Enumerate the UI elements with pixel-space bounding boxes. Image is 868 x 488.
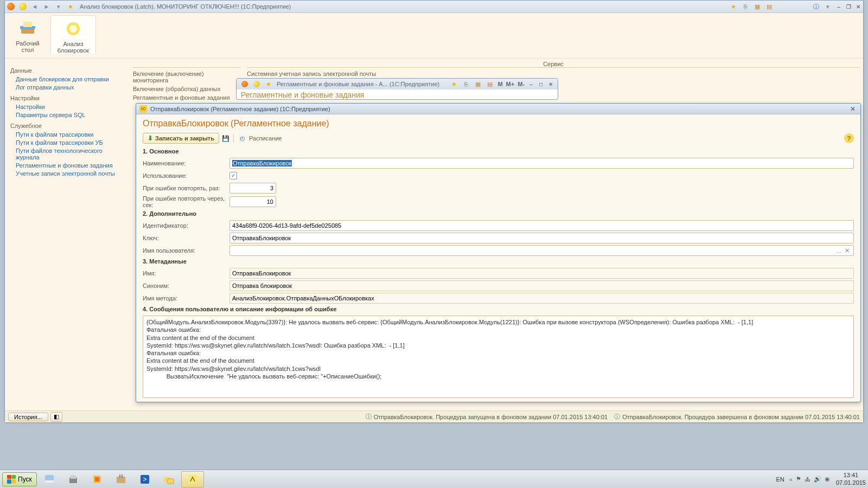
clear-button[interactable]: ✕ [843, 247, 851, 254]
tray-volume-icon[interactable]: 🔊 [814, 476, 821, 483]
section-3: 3. Метаданные [143, 258, 854, 265]
schedule-link[interactable]: Расписание [249, 135, 282, 142]
taskbar-item[interactable]: > [133, 471, 156, 487]
help-button[interactable]: ? [844, 133, 854, 143]
name-input[interactable]: ОтправкаБлокировок [229, 158, 854, 169]
app-menu-icon[interactable] [6, 2, 16, 11]
tray-power-icon[interactable]: ◉ [825, 476, 830, 483]
dialog-toolbar: ⬇Записать и закрыть 💾 ◴ Расписание ? [143, 132, 854, 145]
section-2: 2. Дополнительно [143, 210, 854, 217]
bg-window-header: Регламентные и фоновые задания [237, 89, 558, 100]
nav-item[interactable]: Пути к файлам трассировки [16, 131, 126, 138]
label-mname: Имя: [143, 270, 229, 277]
nav-item[interactable]: Пути к файлам трассировки УБ [16, 139, 126, 146]
group-service: Сервис [247, 61, 860, 68]
tab-desktop[interactable]: Рабочий стол [5, 16, 50, 53]
app-1c-icon: 1C [139, 105, 147, 113]
nav-item[interactable]: Регламентные и фоновые задания [16, 162, 126, 169]
error-text[interactable]: {ОбщийМодуль.АнализБлокировок.Модуль(339… [143, 316, 854, 398]
clock-time[interactable]: 13:41 [844, 472, 859, 478]
dialog-close-button[interactable]: ✕ [848, 105, 857, 113]
label-method: Имя метода: [143, 295, 229, 301]
nav-item[interactable]: Настройки [16, 104, 126, 110]
save-close-button[interactable]: ⬇Записать и закрыть [143, 133, 219, 144]
nav-item[interactable]: Параметры сервера SQL [16, 112, 126, 118]
start-button[interactable]: Пуск [2, 472, 37, 486]
desktop-icon [18, 18, 37, 38]
label-retry: При ошибке повторять, раз: [143, 185, 229, 191]
nav-item[interactable]: Лог отправки данных [16, 84, 126, 91]
nav-item[interactable]: Данные блокировок для отправки [16, 76, 126, 82]
nav-drop-icon[interactable]: ▾ [54, 2, 63, 11]
dialog-header: ОтправкаБлокировок (Регламентное задание… [143, 119, 854, 129]
system-tray: EN « ⚑ 🖧 🔊 ◉ 13:4107.01.2015 [776, 472, 866, 486]
nav-back-icon[interactable]: ◄ [30, 2, 40, 11]
schedule-icon[interactable]: ◴ [237, 133, 248, 144]
taskbar-item[interactable] [157, 471, 180, 487]
key-input[interactable]: ОтправкаБлокировок [229, 233, 854, 243]
minimize-button[interactable]: – [834, 3, 843, 10]
fav-add-icon[interactable]: ★ [449, 79, 459, 89]
svg-rect-17 [168, 479, 174, 484]
nav-group-settings: Настройки [10, 95, 126, 101]
mem-mplus[interactable]: M+ [506, 81, 515, 87]
retry-input[interactable]: 3 [229, 183, 276, 194]
app-dropdown-icon[interactable] [18, 2, 28, 11]
mem-mminus[interactable]: M- [518, 81, 525, 87]
section-tabs: Рабочий стол Анализ блокировок [5, 13, 863, 59]
taskbar-item-active[interactable] [181, 471, 204, 487]
link-icon[interactable]: ⎘ [461, 79, 471, 89]
retrysec-input[interactable]: 10 [229, 196, 276, 207]
clock-date[interactable]: 07.01.2015 [836, 479, 866, 486]
left-nav: Данные Данные блокировок для отправки Ло… [5, 59, 130, 422]
status-msg-1: ОтправкаБлокировок. Процедура запущена в… [374, 414, 608, 420]
cmd-link[interactable]: Включение (выключение) мониторинга [130, 70, 244, 84]
save-icon[interactable]: 💾 [220, 133, 231, 144]
select-button[interactable]: ... [835, 247, 843, 254]
fav-add-icon[interactable]: ★ [729, 2, 738, 11]
help-drop-icon[interactable]: ▾ [823, 2, 833, 11]
section-4: 4. Сообщения пользователю и описание инф… [143, 306, 854, 312]
mname-field: ОтправкаБлокировок [229, 268, 854, 279]
lang-indicator[interactable]: EN [776, 476, 784, 483]
calendar-icon[interactable]: ▤ [485, 79, 495, 89]
minimize-button[interactable]: – [527, 80, 535, 88]
taskbar-item[interactable] [38, 471, 61, 487]
app-menu-icon[interactable] [240, 79, 250, 89]
calc-icon[interactable]: ▦ [473, 79, 483, 89]
user-input[interactable]: ...✕ [229, 245, 854, 256]
use-checkbox[interactable]: ✓ [229, 172, 237, 179]
windows-list-icon[interactable]: ◧ [50, 412, 62, 422]
nav-item[interactable]: Учетные записи электронной почты [16, 170, 126, 177]
nav-item[interactable]: Пути файлов технологического журнала [16, 147, 126, 160]
close-button[interactable]: ✕ [854, 3, 863, 10]
calc-icon[interactable]: ▦ [752, 2, 762, 11]
svg-point-4 [69, 25, 77, 33]
tab-analysis[interactable]: Анализ блокировок [50, 15, 96, 54]
cmd-link[interactable]: Регламентные и фоновые задания [130, 94, 244, 101]
maximize-button[interactable]: □ [537, 80, 545, 88]
label-key: Ключ: [143, 235, 229, 241]
mem-m[interactable]: M [497, 81, 502, 87]
close-button[interactable]: ✕ [546, 80, 555, 88]
background-window: ★ Регламентные и фоновые задания - А... … [236, 78, 558, 100]
tray-chevron-icon[interactable]: « [789, 476, 793, 483]
calendar-icon[interactable]: ▤ [764, 2, 774, 11]
cmd-link[interactable]: Системная учетная запись электронной поч… [244, 70, 863, 78]
method-field: АнализБлокировок.ОтправкаДанныхОБлокиров… [229, 293, 854, 304]
link-icon[interactable]: ⎘ [741, 2, 750, 11]
tray-flag-icon[interactable]: ⚑ [796, 476, 801, 483]
history-button[interactable]: История... [8, 413, 48, 421]
cmd-link[interactable]: Включение (обработка) данных [130, 85, 244, 93]
favorite-icon[interactable]: ★ [66, 2, 75, 11]
help-icon[interactable]: ⓘ [811, 2, 821, 11]
favorite-icon[interactable]: ★ [264, 79, 273, 89]
app-dropdown-icon[interactable] [252, 79, 261, 89]
taskbar-item[interactable] [110, 471, 132, 487]
tray-network-icon[interactable]: 🖧 [805, 476, 810, 483]
id-input[interactable]: 434a68f9-0206-4d13-9afd-def5de025085 [229, 220, 854, 231]
taskbar-item[interactable] [62, 471, 85, 487]
maximize-button[interactable]: ❐ [844, 3, 853, 10]
nav-fwd-icon[interactable]: ► [42, 2, 52, 11]
taskbar-item[interactable] [86, 471, 108, 487]
